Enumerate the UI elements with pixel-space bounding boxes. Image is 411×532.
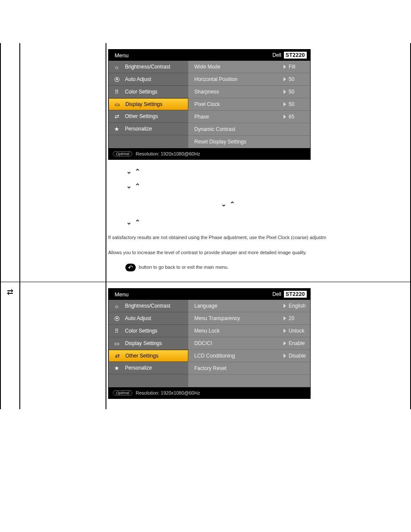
adjust-hint-3: ⌄ ⌃ [220, 200, 408, 208]
brightness-icon: ☼ [113, 64, 121, 70]
osd-nav-item[interactable]: ★Personalize [109, 123, 188, 135]
chevron-up-icon: ⌃ [135, 168, 140, 175]
osd-option[interactable]: DDC/CI [188, 337, 281, 350]
osd-option-value[interactable]: Unlock [281, 325, 310, 337]
adjust-hint-1: ⌄ ⌃ [125, 168, 408, 175]
osd-nav-label: Color Settings [125, 89, 157, 95]
osd-brand: Dell [272, 52, 281, 58]
osd-option[interactable]: LCD Conditioning [188, 350, 281, 362]
osd-option[interactable] [188, 375, 281, 387]
other-settings-icon: ⇄ [113, 353, 121, 359]
osd-nav-label: Auto Adjust [125, 76, 151, 82]
phase-note: If satisfactory results are not obtained… [108, 234, 408, 241]
table-col1 [1, 43, 20, 282]
osd-nav-item[interactable]: ⠿Color Settings [109, 86, 188, 98]
dynamic-contrast-note: Allows you to increase the level of cont… [108, 249, 408, 256]
osd-option[interactable]: Menu Transparency [188, 312, 281, 325]
osd-value-text: Enable [289, 340, 305, 346]
osd-option-value[interactable] [281, 375, 310, 387]
chevron-down-icon: ⌄ [126, 218, 132, 226]
back-icon: ↶ [125, 264, 136, 271]
osd-nav-label: Brightness/Contrast [125, 303, 170, 309]
osd-nav-item[interactable]: ⦿Auto Adjust [109, 73, 188, 86]
back-note-text: button to go back to or exit the main me… [139, 264, 229, 270]
chevron-down-icon: ⌄ [221, 200, 227, 208]
osd-brand: Dell [272, 291, 281, 297]
osd-option-value[interactable]: 20 [281, 312, 310, 325]
osd-nav-label: Display Settings [125, 340, 162, 346]
osd-option[interactable]: Horizontal Position [188, 73, 281, 86]
osd-nav-item[interactable]: ⠿Color Settings [109, 325, 188, 337]
osd-nav-item[interactable]: ⇄Other Settings [109, 350, 188, 362]
osd-nav: ☼Brightness/Contrast⦿Auto Adjust⠿Color S… [109, 300, 188, 387]
osd-option-value[interactable]: 65 [281, 111, 310, 123]
chevron-right-icon [283, 77, 286, 81]
osd-nav-item[interactable]: ⦿Auto Adjust [109, 312, 188, 325]
osd-option-value[interactable] [281, 123, 310, 136]
chevron-up-icon: ⌃ [135, 218, 140, 226]
osd-footer: Optimal Resolution: 1920x1080@60Hz [109, 148, 310, 159]
osd-header: Menu Dell ST2220 [109, 50, 310, 61]
osd-nav-item[interactable]: ▭Display Settings [109, 337, 188, 350]
osd-nav-item[interactable]: ☼Brightness/Contrast [109, 61, 188, 73]
osd-option[interactable]: Menu Lock [188, 325, 281, 337]
osd-nav: ☼Brightness/Contrast⦿Auto Adjust⠿Color S… [109, 61, 188, 148]
osd-nav-spacer [109, 135, 188, 148]
osd-option-value[interactable] [281, 362, 310, 375]
osd-header: Menu Dell ST2220 [109, 289, 310, 300]
osd-option-value[interactable] [281, 136, 310, 148]
chevron-right-icon [283, 304, 286, 308]
osd-nav-item[interactable]: ★Personalize [109, 362, 188, 374]
osd-value-text: 65 [289, 114, 294, 120]
osd-option[interactable]: Language [188, 300, 281, 312]
osd-brand-block: Dell ST2220 [272, 52, 307, 59]
osd-nav-item[interactable]: ▭Display Settings [109, 98, 188, 110]
osd-option[interactable]: Phase [188, 111, 281, 123]
osd-value-text: 50 [289, 76, 294, 82]
osd-model: ST2220 [284, 52, 307, 59]
osd-nav-label: Personalize [125, 365, 152, 371]
osd-option[interactable]: Factory Reset [188, 362, 281, 375]
osd-option-value[interactable]: Enable [281, 337, 310, 350]
other-settings-icon: ⇄ [3, 285, 18, 297]
color-settings-icon: ⠿ [113, 328, 121, 334]
osd-title: Menu [115, 291, 129, 298]
osd-option[interactable]: Dynamic Contrast [188, 123, 281, 136]
osd-value-text: Fill [289, 64, 295, 70]
osd-value-text: Disable [289, 353, 306, 359]
osd-value-text: English [289, 303, 305, 309]
osd-option-value[interactable]: Disable [281, 350, 310, 362]
osd-nav-item[interactable]: ⇄Other Settings [109, 110, 188, 123]
osd-footer-badge: Optimal [113, 151, 132, 156]
osd-footer-res: Resolution: 1920x1080@60Hz [136, 390, 200, 395]
osd-value-text: 50 [289, 89, 294, 95]
osd-option-value[interactable]: Fill [281, 61, 310, 73]
osd-option-value[interactable]: 50 [281, 86, 310, 98]
osd-option-value[interactable]: 50 [281, 73, 310, 86]
osd-nav-label: Display Settings [125, 101, 162, 107]
auto-adjust-icon: ⦿ [113, 76, 121, 83]
chevron-up-icon: ⌃ [135, 182, 140, 190]
osd-option-value[interactable]: English [281, 300, 310, 312]
osd-option[interactable]: Pixel Clock [188, 98, 281, 111]
osd-brand-block: Dell ST2220 [272, 291, 307, 298]
adjust-hint-2: ⌄ ⌃ [125, 182, 408, 190]
chevron-right-icon [283, 115, 286, 119]
osd-option[interactable]: Sharpness [188, 86, 281, 98]
osd-option[interactable]: Reset Display Settings [188, 136, 281, 148]
osd-other-settings: Menu Dell ST2220 ☼Brightness/Contrast⦿Au… [108, 288, 311, 399]
color-settings-icon: ⠿ [113, 89, 121, 95]
osd-option-value[interactable]: 50 [281, 98, 310, 111]
osd-nav-spacer [109, 374, 188, 387]
osd-footer-badge: Optimal [113, 390, 132, 395]
chevron-right-icon [283, 65, 286, 69]
chevron-up-icon: ⌃ [230, 200, 235, 208]
osd-option[interactable]: Wide Mode [188, 61, 281, 73]
chevron-right-icon [283, 341, 286, 345]
osd-options: Wide ModeHorizontal PositionSharpnessPix… [188, 61, 281, 148]
osd-footer: Optimal Resolution: 1920x1080@60Hz [109, 387, 310, 398]
osd-nav-item[interactable]: ☼Brightness/Contrast [109, 300, 188, 312]
other-settings-icon: ⇄ [113, 113, 121, 120]
osd-values: English20UnlockEnableDisable [281, 300, 310, 387]
osd-nav-label: Brightness/Contrast [125, 64, 170, 70]
